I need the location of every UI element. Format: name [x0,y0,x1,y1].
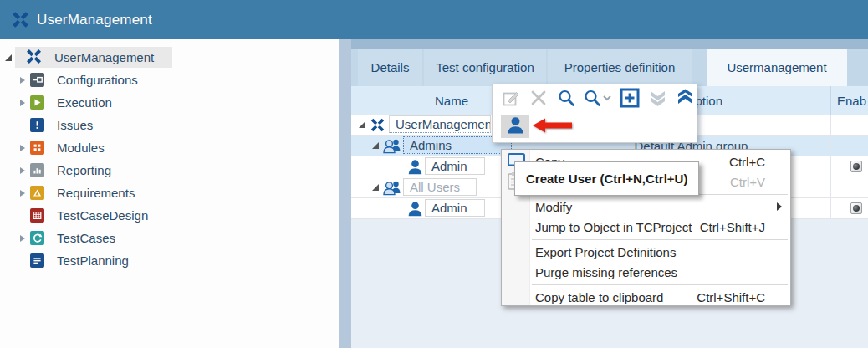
menu-item-shortcut: Ctrl+V [730,175,765,189]
issues-icon [30,118,44,132]
enabled-radio-icon[interactable] [850,202,862,214]
sidebar-item-reporting[interactable]: Reporting [0,159,339,182]
sidebar-item-label[interactable]: Modules [57,141,105,155]
sidebar-item-execution[interactable]: Execution [0,91,339,114]
menu-item-export-project-definitions[interactable]: Export Project Definitions [502,242,790,262]
sidebar-item-configurations[interactable]: Configurations [0,69,339,91]
tab-area-band [351,39,868,49]
window-title: UserManagement [37,12,152,28]
user-icon [407,201,423,219]
application-window: UserManagement UserManagement Configurat… [0,0,868,348]
project-tree-sidebar: UserManagement Configurations Execution … [0,39,339,348]
create-user-button[interactable] [501,115,529,138]
requirements-icon [30,186,44,200]
column-separator[interactable] [830,86,831,115]
annotation-arrow-left-icon [533,118,573,136]
tab-properties-definition[interactable]: Properties definition [548,49,692,86]
tab-label: Properties definition [564,60,676,74]
enabled-radio-icon[interactable] [850,161,862,172]
menu-item-label: Purge missing references [535,265,677,279]
column-header-enabled[interactable]: Enab [830,86,868,115]
tosca-x-icon [11,10,30,29]
testplanning-icon [30,253,44,268]
search-options-icon[interactable] [583,87,613,109]
reporting-icon [30,163,44,177]
sidebar-item-testplanning[interactable]: TestPlanning [0,249,339,272]
panel-splitter[interactable] [339,39,351,348]
sidebar-item-testcasedesign[interactable]: TestCaseDesign [0,204,339,227]
tree-node-label[interactable]: All Users [403,178,477,196]
testcases-icon [30,231,44,245]
menu-item-label: Jump to Object in TCProject [535,220,692,234]
tosca-x-icon [25,48,43,68]
collapsed-caret-icon[interactable] [20,100,25,106]
menu-item-shortcut: Ctrl+Shift+J [700,220,765,234]
chevron-double-down-icon[interactable] [646,87,668,109]
menu-item-jump-to-object[interactable]: Jump to Object in TCProject Ctrl+Shift+J [502,217,790,237]
collapsed-caret-icon[interactable] [20,235,25,242]
expanded-caret-icon[interactable] [372,142,379,149]
tab-label: Details [371,60,410,74]
collapsed-caret-icon[interactable] [20,190,25,197]
menu-item-shortcut: Ctrl+Shift+C [697,290,765,304]
collapsed-caret-icon[interactable] [20,167,25,174]
sidebar-item-label[interactable]: TestCaseDesign [57,208,148,223]
sidebar-item-usermanagement[interactable]: UserManagement [0,46,339,69]
collapsed-caret-icon[interactable] [20,145,25,151]
tab-label: Test configuration [436,60,534,74]
menu-item-copy-table-to-clipboard[interactable]: Copy table to clipboard Ctrl+Shift+C [502,287,790,307]
expanded-caret-icon[interactable] [359,121,365,128]
title-bar: UserManagement [0,0,868,39]
menu-item-label: Export Project Definitions [535,245,676,259]
add-icon[interactable] [619,87,641,109]
testcasedesign-icon [30,208,44,223]
sidebar-item-label[interactable]: TestCases [57,231,115,245]
user-group-icon [383,138,401,156]
menu-item-modify[interactable]: Modify [502,197,790,217]
create-user-tooltip: Create User (Ctrl+N,Ctrl+U) [514,161,699,196]
tosca-x-icon [370,117,385,136]
sidebar-item-label[interactable]: Execution [57,95,112,110]
modules-icon [30,141,44,155]
tab-details[interactable]: Details [358,49,422,86]
sidebar-item-label[interactable]: Configurations [57,73,138,87]
user-group-icon [383,180,401,198]
user-icon [407,159,423,177]
user-icon [507,116,524,137]
menu-item-purge-missing-references[interactable]: Purge missing references [502,262,790,282]
expanded-caret-icon[interactable] [372,184,379,191]
submenu-arrow-icon [777,202,782,211]
tree-node-label[interactable]: Admin [425,199,485,217]
column-gridline [830,115,831,219]
tree-node-label[interactable]: UserManagement [389,115,491,133]
tab-usermanagement[interactable]: Usermanagement [707,49,847,86]
execution-icon [30,95,44,110]
search-icon[interactable] [555,87,577,109]
sidebar-item-issues[interactable]: Issues [0,114,339,136]
tab-strip: Details Test configuration Properties de… [351,49,868,86]
sidebar-item-label[interactable]: Issues [57,118,93,132]
tab-test-configuration[interactable]: Test configuration [424,49,546,86]
sidebar-item-label[interactable]: Requirements [57,186,135,200]
sidebar-item-label[interactable]: UserManagement [54,50,154,64]
tree-node-label[interactable]: Admin [425,157,485,175]
configurations-icon [30,73,44,87]
sidebar-item-testcases[interactable]: TestCases [0,227,339,249]
collapsed-caret-icon[interactable] [20,77,25,84]
edit-icon[interactable] [500,87,522,109]
menu-item-label: Modify [535,200,572,214]
menu-item-shortcut: Ctrl+C [729,155,765,169]
sidebar-item-modules[interactable]: Modules [0,136,339,159]
tab-label: Usermanagement [727,60,826,74]
expanded-caret-icon[interactable] [5,54,12,61]
sidebar-item-label[interactable]: TestPlanning [57,253,129,268]
sidebar-item-requirements[interactable]: Requirements [0,182,339,204]
chevron-double-up-icon[interactable] [674,87,696,109]
delete-icon[interactable] [528,87,549,109]
toolbar-popup [492,84,697,143]
menu-item-label: Copy table to clipboard [535,290,663,304]
sidebar-item-label[interactable]: Reporting [57,163,111,177]
